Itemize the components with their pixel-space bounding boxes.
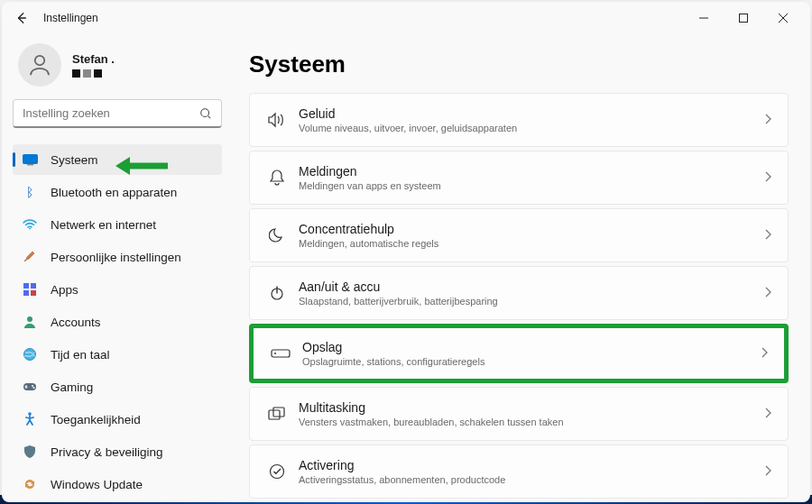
- update-icon: [22, 476, 38, 492]
- card-title: Multitasking: [299, 400, 764, 415]
- sidebar-item-label: Gaming: [51, 380, 93, 394]
- card-sound[interactable]: GeluidVolume niveaus, uitvoer, invoer, g…: [249, 93, 789, 147]
- check-circle-icon: [263, 463, 291, 480]
- sidebar-item-personalization[interactable]: Persoonlijke instellingen: [13, 242, 222, 272]
- bell-icon: [263, 169, 291, 187]
- search-icon: [199, 107, 212, 120]
- sidebar-item-label: Toegankelijkheid: [51, 413, 141, 426]
- chevron-right-icon: [764, 112, 771, 128]
- card-title: Opslag: [302, 340, 761, 354]
- sidebar-item-accessibility[interactable]: Toegankelijkheid: [13, 404, 222, 435]
- card-activation[interactable]: ActiveringActiveringsstatus, abonnemente…: [249, 444, 789, 499]
- sidebar-item-privacy[interactable]: Privacy & beveiliging: [13, 436, 222, 467]
- main-panel: Systeem GeluidVolume niveaus, uitvoer, i…: [233, 34, 810, 502]
- card-storage[interactable]: OpslagOpslagruimte, stations, configurat…: [249, 324, 789, 383]
- wifi-icon: [22, 216, 38, 233]
- sidebar-item-accounts[interactable]: Accounts: [13, 307, 222, 337]
- sidebar-item-system[interactable]: Systeem: [13, 144, 222, 175]
- sidebar-item-label: Accounts: [51, 316, 101, 329]
- nav-list: Systeem ᛒ Bluetooth en apparaten Netwerk…: [13, 144, 222, 499]
- card-subtitle: Activeringsstatus, abonnementen, product…: [299, 474, 764, 485]
- settings-list: GeluidVolume niveaus, uitvoer, invoer, g…: [249, 93, 789, 502]
- svg-rect-20: [273, 408, 284, 417]
- display-icon: [22, 151, 38, 168]
- svg-rect-4: [27, 164, 33, 166]
- card-title: Aan/uit & accu: [299, 279, 764, 294]
- settings-window: Instellingen Stefan .: [2, 2, 810, 502]
- card-title: Meldingen: [299, 164, 764, 179]
- svg-rect-7: [31, 283, 36, 289]
- svg-rect-0: [740, 14, 748, 23]
- svg-rect-3: [23, 154, 37, 163]
- maximize-icon: [739, 14, 748, 23]
- chevron-right-icon: [764, 463, 771, 480]
- card-subtitle: Volume niveaus, uitvoer, invoer, geluids…: [299, 123, 764, 133]
- titlebar: Instellingen: [2, 2, 810, 34]
- user-meta: [72, 69, 115, 78]
- card-power[interactable]: Aan/uit & accuSlaapstand, batterijverbru…: [249, 266, 789, 320]
- svg-point-1: [35, 56, 45, 66]
- close-icon: [779, 14, 788, 23]
- svg-point-13: [32, 385, 33, 387]
- svg-rect-8: [23, 290, 29, 296]
- sidebar-item-label: Netwerk en internet: [51, 218, 156, 232]
- card-focus-assist[interactable]: ConcentratiehulpMeldingen, automatische …: [249, 208, 789, 262]
- multitasking-icon: [263, 407, 291, 421]
- svg-point-10: [27, 316, 32, 322]
- search-box[interactable]: [13, 99, 222, 128]
- card-subtitle: Meldingen, automatische regels: [299, 238, 764, 249]
- brush-icon: [22, 249, 38, 265]
- window-controls: [684, 5, 803, 32]
- shield-icon: [22, 444, 38, 460]
- sidebar-item-gaming[interactable]: Gaming: [13, 371, 222, 402]
- sidebar: Stefan . Systeem ᛒ: [2, 34, 233, 502]
- power-icon: [263, 285, 291, 301]
- moon-icon: [263, 227, 291, 243]
- svg-rect-19: [269, 410, 280, 419]
- maximize-button[interactable]: [724, 5, 763, 32]
- back-button[interactable]: [9, 5, 34, 31]
- sound-icon: [263, 112, 291, 128]
- page-title: Systeem: [249, 50, 789, 78]
- sidebar-item-label: Windows Update: [51, 478, 143, 491]
- sidebar-item-network[interactable]: Netwerk en internet: [13, 209, 222, 240]
- user-name: Stefan .: [72, 52, 115, 66]
- sidebar-item-label: Tijd en taal: [51, 348, 110, 362]
- avatar: [18, 43, 61, 87]
- sidebar-item-label: Apps: [51, 283, 78, 297]
- card-title: Concentratiehulp: [299, 222, 764, 236]
- card-subtitle: Opslagruimte, stations, configuratierege…: [302, 356, 761, 367]
- chevron-right-icon: [764, 285, 771, 301]
- storage-icon: [266, 348, 295, 359]
- card-subtitle: Vensters vastmaken, bureaubladen, schake…: [299, 417, 764, 427]
- card-multitasking[interactable]: MultitaskingVensters vastmaken, bureaubl…: [249, 387, 789, 441]
- bluetooth-icon: ᛒ: [22, 184, 38, 200]
- sidebar-item-time-language[interactable]: Tijd en taal: [13, 339, 222, 370]
- sidebar-item-label: Privacy & beveiliging: [51, 445, 163, 459]
- minimize-button[interactable]: [684, 5, 724, 32]
- sidebar-item-apps[interactable]: Apps: [13, 274, 222, 305]
- card-notifications[interactable]: MeldingenMeldingen van apps en systeem: [249, 151, 789, 205]
- svg-point-18: [274, 353, 276, 354]
- person-icon: [26, 51, 53, 78]
- gaming-icon: [22, 379, 38, 395]
- user-account-row[interactable]: Stefan .: [13, 34, 222, 99]
- globe-icon: [22, 346, 38, 362]
- accounts-icon: [22, 314, 38, 330]
- search-input[interactable]: [23, 106, 199, 120]
- sidebar-item-label: Bluetooth en apparaten: [51, 186, 177, 199]
- sidebar-item-windows-update[interactable]: Windows Update: [13, 469, 222, 499]
- titlebar-title: Instellingen: [43, 12, 98, 24]
- user-info: Stefan .: [72, 52, 115, 78]
- close-button[interactable]: [763, 5, 803, 32]
- svg-point-11: [24, 349, 36, 361]
- svg-point-2: [201, 108, 209, 116]
- card-subtitle: Slaapstand, batterijverbruik, batterijbe…: [299, 296, 764, 307]
- chevron-right-icon: [764, 227, 771, 243]
- card-title: Geluid: [299, 106, 764, 121]
- svg-point-5: [29, 228, 31, 230]
- sidebar-item-bluetooth[interactable]: ᛒ Bluetooth en apparaten: [13, 177, 222, 207]
- svg-point-21: [271, 465, 284, 479]
- arrow-left-icon: [15, 12, 28, 24]
- sidebar-item-label: Persoonlijke instellingen: [51, 251, 181, 264]
